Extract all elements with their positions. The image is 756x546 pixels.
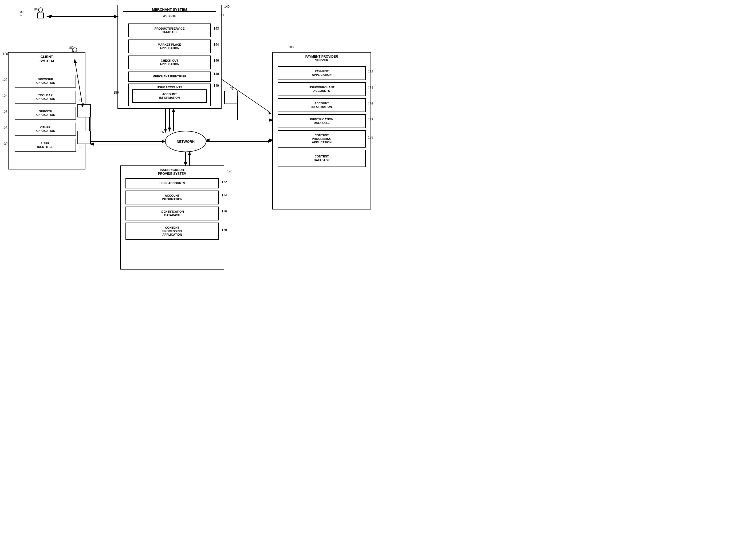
user-identifier-box: USERIDENTIFIER <box>15 139 76 152</box>
svg-marker-13 <box>268 140 271 143</box>
identification-db-payment-label: IDENTIFICATIONDATABASE <box>310 118 333 125</box>
account-info-merchant-label: ACCOUNTINFORMATION <box>159 93 180 100</box>
browser-application-box: BROWSERAPPLICATION <box>15 75 76 88</box>
merchant-identifier-box: MERCHANT IDENTIFIER <box>128 72 211 82</box>
ref-148: 148 <box>214 72 219 76</box>
ref-140: 140 <box>224 5 230 9</box>
payment-application-box: PAYMENTAPPLICATION <box>278 66 366 80</box>
user-merchant-accounts-label: USER/MERCHANTACCOUNTS <box>309 86 335 93</box>
account-info-payment-box: ACCOUNTINFORMATION <box>278 98 366 112</box>
ref-40: 40 <box>79 99 82 103</box>
ref-160: 160 <box>160 130 166 134</box>
ref-146: 146 <box>214 59 219 62</box>
ref-30: 30 <box>79 146 82 149</box>
ref-188: 188 <box>368 136 373 139</box>
ref-150: 150 <box>113 91 119 95</box>
ref-180: 180 <box>288 45 294 49</box>
content-processing-issuer-box: CONTENTPROCESSINGAPPLICATION <box>125 223 219 240</box>
ref-130: 130 <box>2 142 7 146</box>
ref-120: 120 <box>3 52 8 56</box>
identification-db-payment-box: IDENTIFICATIONDATABASE <box>278 114 366 128</box>
ref-144: 144 <box>214 43 219 46</box>
other-application-box: OTHERAPPLICATION <box>15 123 76 136</box>
products-service-db-label: PRODUCTS/SERVICEDATABASE <box>155 27 185 34</box>
ref-187: 187 <box>368 118 373 122</box>
ref-arrow-100: ↘ <box>19 13 22 17</box>
svg-marker-19 <box>269 111 271 115</box>
ref-122: 122 <box>2 78 7 82</box>
check-out-box: CHECK OUTAPPLICATION <box>128 56 211 69</box>
network-label: NETWORK <box>177 140 195 144</box>
identification-db-issuer-box: IDENTIFICATIONDATABASE <box>125 207 219 221</box>
client-system-label: CLIENTSYSTEM <box>40 55 54 63</box>
ref-128: 128 <box>2 126 7 130</box>
account-info-payment-label: ACCOUNTINFORMATION <box>312 102 332 109</box>
account-info-issuer-box: ACCOUNTINFORMATION <box>125 191 219 205</box>
ref-174: 174 <box>222 194 227 197</box>
user-accounts-label: USER ACCOUNTS <box>157 86 182 89</box>
merchant-identifier-label: MERCHANT IDENTIFIER <box>152 75 186 78</box>
toolbar-application-box: TOOLBARAPPLICATION <box>15 91 76 104</box>
website-box: WEBSITE <box>123 11 216 21</box>
box-30 <box>77 131 91 144</box>
payment-provider-label: PAYMENT PROVIDERSERVER <box>305 55 338 62</box>
user-merchant-accounts-box: USER/MERCHANTACCOUNTS <box>278 82 366 96</box>
content-database-label: CONTENTDATABASE <box>314 155 329 162</box>
content-processing-issuer-label: CONTENTPROCESSINGAPPLICATION <box>162 226 182 237</box>
ref-124: 124 <box>2 94 7 98</box>
ref-141: 141 <box>219 13 224 17</box>
toolbar-application-label: TOOLBARAPPLICATION <box>36 94 55 101</box>
other-application-label: OTHERAPPLICATION <box>36 126 55 133</box>
issuer-credit-label: ISSUER/CREDITPROVIDE SYSTEM <box>158 168 187 176</box>
account-info-merchant-box: ACCOUNTINFORMATION <box>132 89 207 103</box>
ref-arrow-104: ↙ <box>37 11 40 14</box>
ref-172: 172 <box>222 180 227 184</box>
market-place-label: MARKET PLACEAPPLICATION <box>158 43 181 50</box>
account-info-issuer-label: ACCOUNTINFORMATION <box>162 194 183 201</box>
payment-application-label: PAYMENTAPPLICATION <box>312 70 332 77</box>
user-accounts-issuer-box: USER ACCOUNTS <box>125 178 219 189</box>
check-out-label: CHECK OUTAPPLICATION <box>160 59 179 66</box>
ref-176: 176 <box>222 210 227 213</box>
ref-149: 149 <box>214 84 219 88</box>
website-label: WEBSITE <box>163 14 176 18</box>
browser-application-label: BROWSERAPPLICATION <box>36 78 55 85</box>
ref-170: 170 <box>227 170 232 173</box>
ref-186: 186 <box>368 102 373 106</box>
user-identifier-label: USERIDENTIFIER <box>37 142 53 149</box>
user-accounts-issuer-label: USER ACCOUNTS <box>159 182 185 185</box>
ref-45: 45 <box>230 87 233 91</box>
identification-db-issuer-label: IDENTIFICATIONDATABASE <box>160 210 184 217</box>
ref-126: 126 <box>2 110 7 114</box>
market-place-box: MARKET PLACEAPPLICATION <box>128 40 211 53</box>
svg-marker-2 <box>49 15 52 17</box>
box-40 <box>77 104 91 117</box>
content-processing-payment-box: CONTENTPROCESSINGAPPLICATION <box>278 130 366 148</box>
ref-182: 182 <box>368 70 373 74</box>
service-application-box: SERVICEAPPLICATION <box>15 107 76 120</box>
content-database-box: CONTENTDATABASE <box>278 150 366 167</box>
products-service-db-box: PRODUCTS/SERVICEDATABASE <box>128 23 211 37</box>
service-application-label: SERVICEAPPLICATION <box>36 110 55 117</box>
box-45 <box>224 91 238 104</box>
ref-143: 143 <box>214 27 219 30</box>
ref-184: 184 <box>368 86 373 90</box>
content-processing-payment-label: CONTENTPROCESSINGAPPLICATION <box>312 134 332 144</box>
system-diagram: 100 ↘ 104 ↙ 102 ↙ CLIENTSYSTEM 120 30 40… <box>0 0 378 273</box>
network-box: NETWORK <box>165 131 206 152</box>
ref-178: 178 <box>222 228 227 232</box>
